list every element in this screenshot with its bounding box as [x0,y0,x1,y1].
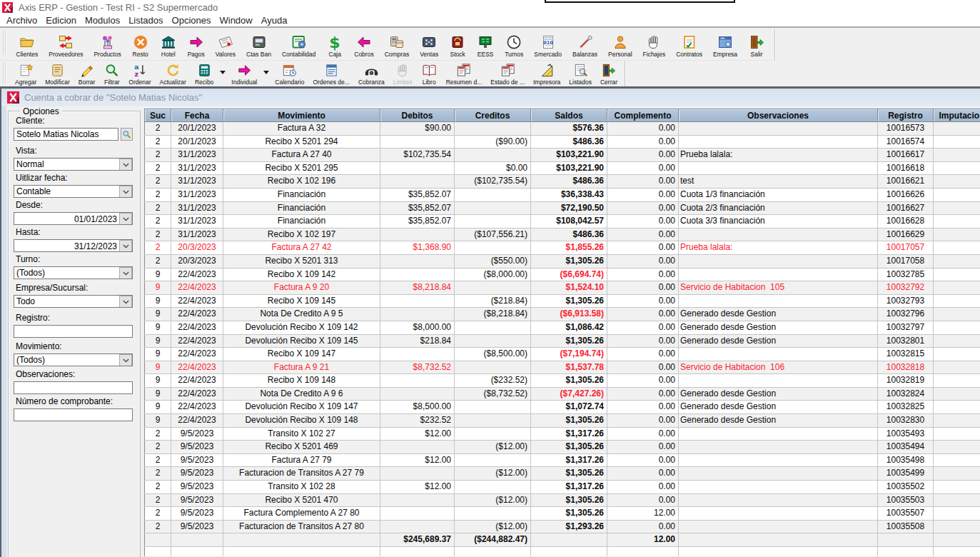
toolbar-button-proveedores[interactable]: Proveedores [44,29,89,58]
table-row[interactable]: 29/5/2023Recibo X 5201 470($12.00)$1,305… [145,493,980,507]
toolbar-button-hotel[interactable]: Hotel [154,29,182,58]
table-row[interactable]: 231/1/2023Financiación$35,852.07$36,338.… [145,188,980,201]
table-row[interactable]: 220/3/2023Recibo X 5201 313($550.00)$1,3… [145,254,980,268]
menu-item-window[interactable]: Window [215,14,256,26]
column-header-movimiento[interactable]: Movimiento [223,109,380,122]
table-row[interactable]: 29/5/2023Transito X 102 27$12.00$1,317.2… [145,427,980,441]
client-input[interactable]: Sotelo Matias Nicolas [14,128,118,141]
toolbar-button-ventas[interactable]: Ventas [415,29,444,58]
toolbar-button-modificar[interactable]: Modificar [41,61,74,86]
toolbar-button-valores[interactable]: Valores [210,29,241,58]
table-row[interactable]: 231/1/2023Recibo X 102 197($107,556.21)$… [145,228,980,241]
table-row[interactable]: 29/5/2023Recibo X 5201 469($12.00)$1,305… [145,441,980,454]
table-row[interactable]: 29/5/2023Facturacion de Transitos A 27 7… [145,467,980,481]
toolbar-button-cobranza[interactable]: Cobranza [354,61,389,86]
toolbar-button-contabilidad[interactable]: Contabilidad [276,29,320,58]
table-row[interactable]: 231/1/2023Financiación$35,852.07$72,190.… [145,201,980,215]
table-row[interactable]: 922/4/2023Devolución Recibo X 109 148$23… [145,414,980,428]
menu-item-modulos[interactable]: Modulos [81,14,124,26]
chevron-down-icon[interactable] [119,186,132,198]
client-search-button[interactable] [121,128,133,141]
table-row[interactable]: 220/1/2023Recibo X 5201 294($90.00)$486.… [145,135,980,149]
toolbar-button-listados[interactable]: Listados [565,61,596,86]
toolbar-button-contratos[interactable]: Contratos [671,29,708,58]
toolbar-button-ctas-ban[interactable]: Ctas Ban [241,29,277,58]
chevron-down-icon[interactable] [119,240,132,252]
table-row[interactable]: 231/1/2023Recibo X 102 196($102,735.54)$… [145,175,980,189]
toolbar-button-pagos[interactable]: Pagos [182,29,210,58]
chevron-down-icon[interactable] [119,159,132,171]
table-row[interactable]: 922/4/2023Factura A 9 20$8,218.84$1,524.… [145,281,980,295]
table-row[interactable]: 231/1/2023Financiación$35,852.07$108,042… [145,215,980,229]
toolbar-button-productos[interactable]: Productos [89,29,126,58]
table-row[interactable]: 29/5/2023Factura A 27 79$12.00$1,317.260… [145,453,980,467]
toolbar-button-actualizar[interactable]: Actualizar [156,61,191,86]
toolbar-button-compras[interactable]: Compras [379,29,414,58]
input-n-mero-de-comprobante[interactable] [14,408,133,421]
toolbar-button-resumen-d[interactable]: Resumen d... [442,61,487,86]
toolbar-grip[interactable] [3,31,6,55]
table-row[interactable]: 922/4/2023Factura A 9 21$8,732.52$1,537.… [145,361,980,374]
select-movimiento[interactable]: (Todos) [14,353,133,366]
table-row[interactable]: 922/4/2023Nota De Credito A 9 6($8,732.5… [145,387,980,401]
toolbar-button-resto[interactable]: Resto [126,29,154,58]
toolbar-button-individual[interactable]: Individual [227,61,261,86]
child-window-titlebar[interactable]: Cuenta a cobrar de "Sotelo Matias Nicola… [1,89,980,106]
date-field-hasta[interactable]: 31/12/2023 [14,239,133,252]
menu-item-listados[interactable]: Listados [124,14,167,26]
table-row[interactable]: 922/4/2023Devolución Recibo X 109 145$21… [145,334,980,348]
toolbar-button-empresa[interactable]: Empresa [708,29,743,58]
column-header-saldos[interactable]: Saldos [531,109,607,122]
toolbar-button-caja[interactable]: $Caja [321,29,349,58]
toolbar-button-cerrar[interactable]: Cerrar [596,61,622,86]
chevron-down-icon[interactable] [119,213,132,225]
toolbar-button-ordenar[interactable]: azOrdenar [124,61,155,86]
menu-item-ayuda[interactable]: Ayuda [257,14,292,26]
toolbar-button-salir[interactable]: Salir [743,29,771,58]
toolbar-grip[interactable] [3,62,6,84]
column-header-fecha[interactable]: Fecha [171,109,223,122]
menu-item-archivo[interactable]: Archivo [2,14,41,26]
select-empresa-sucursal[interactable]: Todo [14,295,133,308]
table-row[interactable]: 922/4/2023Devolución Recibo X 109 147$8,… [145,401,980,414]
toolbar-button-calendario[interactable]: Calendario [271,61,308,86]
input-observaciones[interactable] [14,381,133,394]
column-header-complemento[interactable]: Complemento [607,109,679,122]
table-row[interactable]: 231/1/2023Factura A 27 40$102,735.54$103… [145,149,980,162]
toolbar-button-impresora[interactable]: Impresora [529,61,565,86]
toolbar-button-personal[interactable]: Personal [603,29,638,58]
chevron-down-icon[interactable] [119,296,132,308]
input-registro[interactable] [14,325,133,338]
table-row[interactable]: 922/4/2023Recibo X 109 147($8,500.00)($7… [145,348,980,361]
menu-item-edicion[interactable]: Edicion [41,14,81,26]
toolbar-button-turnos[interactable]: Turnos [500,29,529,58]
table-row[interactable]: 29/5/2023Facturacion de Transitos A 27 8… [145,520,980,533]
column-header-registro[interactable]: Registro [878,109,934,122]
toolbar-button-cobros[interactable]: Cobros [349,29,379,58]
toolbar-button-eess[interactable]: EESS [472,29,500,58]
table-row[interactable]: 220/1/2023Factura A 32$90.00$576.360.001… [145,122,980,136]
chevron-down-icon[interactable] [119,267,132,279]
select-uitlizar-fecha[interactable]: Contable [14,185,133,198]
toolbar-button-libro[interactable]: Libro [417,61,442,86]
toolbar-button-ordenes-de[interactable]: Ordenes de... [308,61,354,86]
table-row[interactable]: 922/4/2023Recibo X 109 142($8,000.00)($6… [145,268,980,281]
toolbar-button-borrar[interactable]: Borrar [74,61,100,86]
table-row[interactable]: 922/4/2023Devolución Recibo X 109 142$8,… [145,321,980,334]
table-row[interactable]: 220/3/2023Factura A 27 42$1,368.90$1,855… [145,241,980,255]
toolbar-button-stock[interactable]: Stock [444,29,472,58]
toolbar-button-smercado[interactable]: 010Smercado [529,29,567,58]
toolbar-button-agregar[interactable]: Agregar [11,61,41,86]
column-header-creditos[interactable]: Creditos [455,109,531,122]
dropdown-arrow-icon[interactable] [261,61,271,74]
column-header-debitos[interactable]: Debitos [380,109,455,122]
toolbar-button-estado-de[interactable]: Estado de ... [486,61,529,86]
toolbar-button-balanzas[interactable]: Balanzas [567,29,603,58]
menu-item-opciones[interactable]: Opciones [168,14,216,26]
table-row[interactable]: 29/5/2023Transito X 102 28$12.00$1,317.2… [145,481,980,494]
toolbar-button-filtrar[interactable]: Filtrar [99,61,124,86]
table-row[interactable]: 922/4/2023Nota De Credito A 9 5($8,218.8… [145,308,980,321]
toolbar-button-clientes[interactable]: Clientes [11,29,44,58]
toolbar-button-limites[interactable]: Limites [389,61,417,86]
chevron-down-icon[interactable] [119,354,132,366]
